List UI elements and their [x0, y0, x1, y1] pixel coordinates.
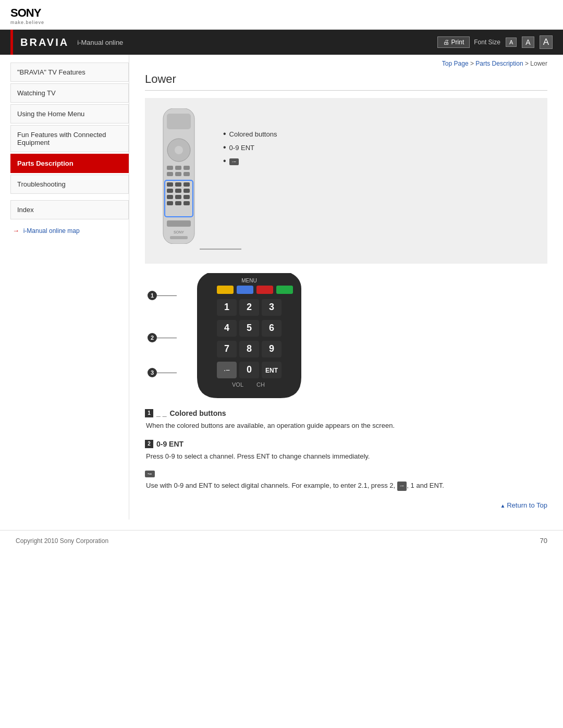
callout-line-2	[157, 338, 177, 338]
keypad-detail: 1 2 3 MENU	[145, 273, 547, 400]
imanual-map-link[interactable]: i-Manual online map	[23, 227, 80, 235]
svg-text:MENU: MENU	[241, 278, 256, 283]
svg-text:4: 4	[224, 323, 229, 333]
callout-line-1	[157, 295, 177, 296]
sidebar-item-troubleshooting[interactable]: Troubleshooting	[10, 175, 129, 194]
callout-3: 3	[148, 368, 177, 377]
sidebar-item-bravia-features[interactable]: "BRAVIA" TV Features	[10, 63, 129, 82]
sidebar-item-index[interactable]: Index	[10, 200, 129, 219]
arrow-icon: →	[13, 227, 19, 235]
badge-1: 1	[145, 409, 153, 417]
sidebar-item-parts-description[interactable]: Parts Description	[10, 154, 129, 173]
title-dashes: _ _	[156, 409, 166, 417]
bullet-text-09: 0-9 ENT	[229, 144, 254, 152]
print-label: Print	[451, 39, 464, 46]
topbar: BRAVIA i-Manual online 🖨 Print Font Size…	[0, 30, 563, 55]
bullet-dot: ·−	[223, 156, 277, 166]
print-button[interactable]: 🖨 Print	[437, 36, 470, 48]
breadcrumb-top[interactable]: Top Page	[442, 60, 469, 67]
bravia-logo: BRAVIA	[20, 36, 69, 48]
feature-title-dot: ·−	[145, 471, 547, 477]
breadcrumb: Top Page > Parts Description > Lower	[145, 60, 547, 67]
svg-rect-15	[175, 189, 181, 193]
svg-rect-6	[183, 166, 190, 170]
svg-text:VOL: VOL	[232, 381, 243, 388]
page-title: Lower	[145, 72, 547, 91]
dot-btn-inline: ·−	[397, 482, 407, 491]
feature-title-09: 2 0-9 ENT	[145, 440, 547, 448]
font-med-button[interactable]: A	[522, 36, 534, 48]
remote-upper-image: SONY	[155, 108, 207, 253]
return-top-link[interactable]: Return to Top	[500, 501, 548, 509]
svg-rect-31	[276, 286, 293, 294]
svg-text:3: 3	[269, 302, 274, 312]
keypad-wrap: 1 2 3 MENU	[176, 273, 322, 400]
sidebar-map: → i-Manual online map	[10, 227, 129, 235]
svg-rect-12	[175, 182, 181, 187]
sidebar: "BRAVIA" TV Features Watching TV Using t…	[0, 55, 129, 520]
svg-text:8: 8	[247, 343, 252, 354]
svg-text:ENT: ENT	[265, 367, 278, 374]
svg-rect-30	[256, 286, 273, 294]
svg-rect-8	[175, 172, 181, 176]
font-size-label: Font Size	[474, 39, 500, 46]
feature-09-ent: 2 0-9 ENT Press 0-9 to select a channel.…	[145, 440, 547, 462]
svg-rect-4	[167, 166, 173, 170]
svg-text:6: 6	[269, 323, 274, 333]
main-layout: "BRAVIA" TV Features Watching TV Using t…	[0, 55, 563, 520]
breadcrumb-current: Lower	[530, 60, 547, 67]
svg-text:7: 7	[224, 343, 229, 354]
svg-rect-16	[183, 189, 190, 193]
callout-badge-2: 2	[148, 333, 157, 342]
callout-line-3	[157, 373, 177, 373]
svg-rect-9	[183, 172, 190, 176]
svg-text:·−: ·−	[224, 366, 230, 374]
overview-bullets: Colored buttons 0-9 ENT ·−	[223, 108, 277, 170]
svg-rect-25	[170, 236, 188, 239]
svg-rect-5	[175, 166, 181, 170]
svg-text:0: 0	[247, 364, 252, 375]
bullet-text-dot: ·−	[229, 157, 239, 165]
desc-dot-button: Use with 0-9 and ENT to select digital c…	[146, 480, 547, 491]
svg-text:5: 5	[247, 323, 252, 333]
remote-overview: SONY Colored buttons 0-9 ENT	[145, 98, 547, 264]
dot-btn-icon-feature: ·−	[145, 471, 155, 477]
breadcrumb-sep2: >	[525, 60, 530, 67]
sidebar-item-watching-tv[interactable]: Watching TV	[10, 83, 129, 103]
svg-rect-7	[167, 172, 173, 176]
desc-09-ent: Press 0-9 to select a channel. Press ENT…	[146, 451, 547, 462]
bullet-list: Colored buttons 0-9 ENT ·−	[223, 124, 277, 166]
topbar-left: BRAVIA i-Manual online	[10, 30, 123, 55]
svg-rect-18	[175, 195, 181, 199]
font-large-button[interactable]: A	[540, 35, 553, 49]
svg-text:1: 1	[224, 302, 229, 312]
sony-tagline: make.believe	[10, 20, 553, 25]
sidebar-item-fun-features[interactable]: Fun Features with Connected Equipment	[10, 125, 129, 152]
imanual-text: i-Manual online	[77, 39, 123, 46]
svg-point-3	[175, 146, 183, 154]
svg-text:CH: CH	[256, 381, 265, 388]
svg-rect-23	[167, 220, 191, 227]
bullet-text-colored: Colored buttons	[229, 130, 277, 138]
svg-rect-20	[167, 201, 173, 205]
callout-2: 2	[148, 333, 177, 342]
print-icon: 🖨	[443, 39, 449, 46]
sony-logo: SONY	[10, 6, 553, 20]
svg-rect-17	[167, 195, 173, 199]
footer-copyright: Copyright 2010 Sony Corporation	[16, 537, 108, 545]
header: SONY make.believe	[0, 0, 563, 30]
svg-rect-29	[237, 286, 253, 294]
breadcrumb-parts[interactable]: Parts Description	[475, 60, 523, 67]
svg-rect-13	[183, 182, 190, 187]
return-to-top: Return to Top	[145, 501, 547, 509]
footer-page-number: 70	[540, 537, 547, 545]
bullet-09-ent: 0-9 ENT	[223, 143, 277, 152]
callout-1: 1	[148, 291, 177, 300]
bullet-colored-buttons: Colored buttons	[223, 129, 277, 139]
feature-colored-buttons: 1 _ _ Colored buttons When the colored b…	[145, 409, 547, 431]
svg-text:2: 2	[247, 302, 252, 312]
sidebar-item-home-menu[interactable]: Using the Home Menu	[10, 104, 129, 124]
font-small-button[interactable]: A	[506, 38, 517, 47]
desc-colored-buttons: When the colored buttons are available, …	[146, 421, 547, 431]
footer: Copyright 2010 Sony Corporation 70	[0, 530, 563, 551]
